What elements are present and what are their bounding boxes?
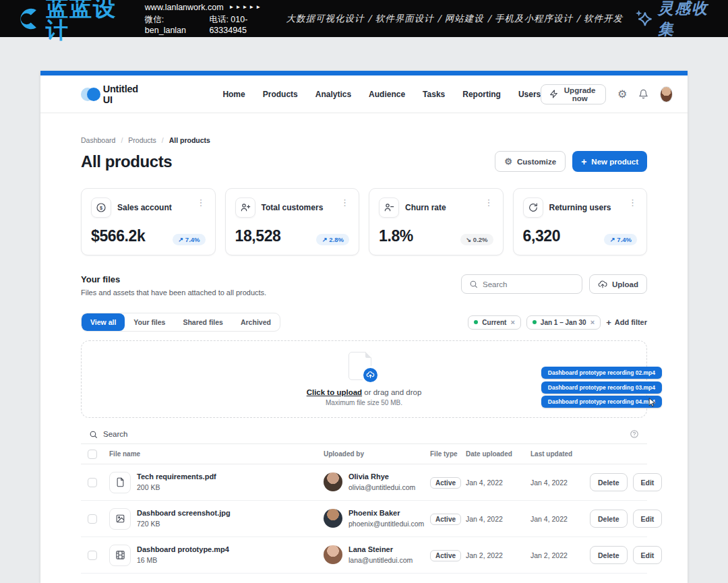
file-name: Dashboard prototype.mp4: [137, 545, 229, 555]
click-to-upload-link[interactable]: Click to upload: [307, 388, 362, 396]
filter-chip-current[interactable]: Current ×: [468, 315, 521, 330]
status-badge: Active: [430, 514, 461, 525]
svg-text:$: $: [100, 205, 102, 211]
nav-item-users[interactable]: Users: [518, 90, 541, 99]
trend-badge: ↗7.4%: [604, 234, 637, 245]
table-header: File name Uploaded by File type Date upl…: [81, 444, 647, 464]
col-file-name: File name: [109, 450, 318, 458]
breadcrumb-dashboard[interactable]: Dashboard: [81, 136, 115, 144]
files-search[interactable]: [461, 274, 582, 294]
trend-up-icon: ↗: [322, 236, 327, 243]
image-file-icon: [109, 508, 131, 530]
uploader-name: Lana Steiner: [348, 545, 413, 555]
stat-value: $566.2k: [91, 227, 145, 245]
dashboard-card: Untitled UI Home Products Analytics Audi…: [40, 71, 688, 583]
untitled-ui-logo-icon: [81, 88, 98, 101]
date-uploaded: Jan 2, 2022: [466, 551, 525, 559]
upgrade-now-button[interactable]: Upgrade now: [541, 84, 606, 104]
nav-item-tasks[interactable]: Tasks: [423, 90, 445, 99]
edit-button[interactable]: Edit: [633, 510, 663, 528]
new-product-button[interactable]: + New product: [572, 151, 647, 172]
upload-cloud-icon: [598, 280, 607, 289]
status-badge: Active: [430, 477, 461, 489]
stat-label: Churn rate: [405, 203, 446, 212]
trend-up-icon: ↗: [178, 236, 183, 243]
row-checkbox[interactable]: [88, 551, 97, 560]
close-icon[interactable]: ×: [590, 318, 595, 326]
breadcrumb-products[interactable]: Products: [128, 136, 156, 144]
row-checkbox[interactable]: [88, 478, 97, 487]
banner-wechat: 微信: ben_lanlan: [145, 14, 199, 35]
kebab-menu-icon[interactable]: ⋮: [485, 197, 493, 208]
green-dot-icon: [474, 320, 478, 324]
upload-tooltip[interactable]: Dashboard prototype recording 04.mp4: [541, 396, 662, 408]
status-badge: Active: [430, 550, 461, 561]
upload-cloud-circle-icon: [361, 366, 380, 384]
nav-item-products[interactable]: Products: [263, 90, 298, 99]
brand: Untitled UI: [81, 84, 142, 105]
table-search-input[interactable]: [103, 430, 624, 438]
file-name: Tech requirements.pdf: [137, 472, 216, 482]
upload-tooltip[interactable]: Dashboard prototype recording 02.mp4: [541, 367, 662, 379]
card-top-accent-bar: [40, 71, 688, 75]
app-navbar: Untitled UI Home Products Analytics Audi…: [40, 75, 688, 113]
col-uploaded-by: Uploaded by: [324, 450, 425, 458]
tab-view-all[interactable]: View all: [82, 313, 125, 331]
avatar: [324, 545, 342, 564]
collect-label: 灵感收集: [658, 0, 713, 40]
date-uploaded: Jan 4, 2022: [466, 515, 525, 523]
uploader-name: Olivia Rhye: [348, 472, 415, 482]
close-icon[interactable]: ×: [510, 318, 514, 326]
cursor-icon: [647, 398, 656, 408]
tab-archived[interactable]: Archived: [232, 313, 280, 331]
delete-button[interactable]: Delete: [590, 546, 628, 564]
row-checkbox[interactable]: [88, 514, 97, 524]
user-avatar[interactable]: [660, 86, 673, 102]
file-size: 200 KB: [137, 483, 216, 493]
upload-dropzone[interactable]: Click to upload or drag and drop Maximum…: [81, 340, 647, 418]
dropzone-hint: Maximum file size 50 MB.: [326, 399, 402, 406]
tab-your-files[interactable]: Your files: [125, 313, 174, 331]
dollar-circle-icon: $: [91, 197, 111, 218]
table-search[interactable]: [81, 425, 647, 444]
notifications-bell-icon[interactable]: [638, 89, 648, 99]
tab-shared-files[interactable]: Shared files: [174, 313, 232, 331]
settings-gear-icon[interactable]: ⚙: [617, 89, 627, 100]
add-filter-button[interactable]: + Add filter: [606, 317, 647, 328]
trend-badge: ↗2.8%: [316, 234, 349, 245]
gear-icon: ⚙: [504, 157, 512, 166]
user-minus-icon: [379, 197, 399, 218]
sparkle-star-icon: [635, 9, 654, 28]
lanlan-logo: 蓝蓝设计: [15, 0, 123, 41]
customize-button[interactable]: ⚙ Customize: [495, 151, 566, 172]
select-all-checkbox[interactable]: [88, 450, 97, 459]
nav-item-reporting[interactable]: Reporting: [462, 90, 501, 99]
edit-button[interactable]: Edit: [633, 473, 663, 491]
upload-tooltip[interactable]: Dashboard prototype recording 03.mp4: [541, 381, 662, 394]
edit-button[interactable]: Edit: [633, 546, 663, 564]
plus-icon: +: [606, 317, 611, 328]
uploader-email: olivia@untitledui.com: [348, 483, 415, 493]
kebab-menu-icon[interactable]: ⋮: [340, 197, 349, 208]
filter-chip-date-range[interactable]: Jan 1 – Jan 30 ×: [526, 315, 601, 330]
plus-icon: +: [581, 157, 586, 166]
upload-file-icon: [348, 352, 380, 384]
delete-button[interactable]: Delete: [590, 473, 628, 491]
files-search-input[interactable]: [483, 280, 574, 288]
stat-label: Sales account: [117, 203, 172, 212]
last-updated: Jan 2, 2022: [530, 551, 584, 559]
upload-button[interactable]: Upload: [589, 274, 647, 294]
breadcrumb: Dashboard / Products / All products: [81, 136, 647, 144]
nav-item-home[interactable]: Home: [222, 90, 245, 99]
help-icon[interactable]: [630, 429, 639, 439]
video-file-icon: [109, 545, 131, 566]
kebab-menu-icon[interactable]: ⋮: [197, 197, 206, 208]
table-row: Tech requirements.pdf 200 KB Olivia Rhye…: [81, 464, 647, 501]
file-name: Dashboard screenshot.jpg: [137, 508, 231, 518]
last-updated: Jan 4, 2022: [530, 515, 584, 523]
inspiration-collect: 灵感收集: [635, 0, 713, 40]
nav-item-analytics[interactable]: Analytics: [315, 90, 351, 99]
nav-item-audience[interactable]: Audience: [369, 90, 405, 99]
kebab-menu-icon[interactable]: ⋮: [628, 197, 637, 208]
delete-button[interactable]: Delete: [590, 510, 628, 528]
